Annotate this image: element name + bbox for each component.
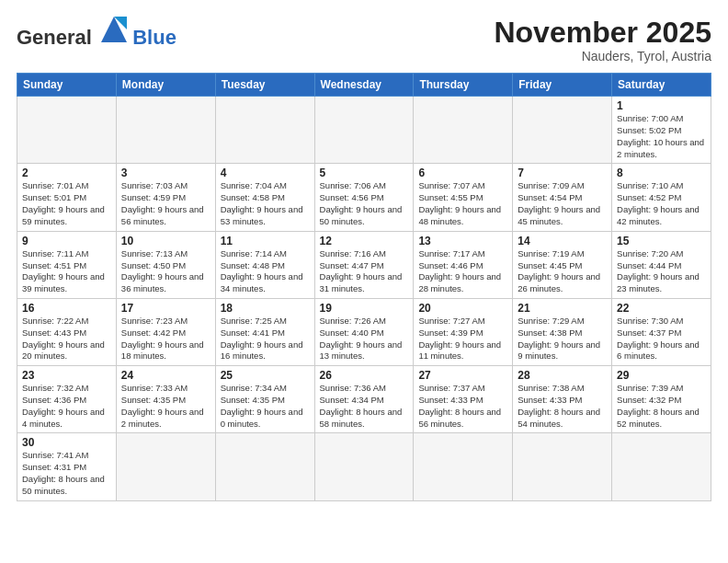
table-row: 17Sunrise: 7:23 AMSunset: 4:42 PMDayligh… xyxy=(116,298,215,365)
col-friday: Friday xyxy=(513,74,612,97)
logo-text: General Blue xyxy=(17,17,176,48)
logo: General Blue xyxy=(17,17,176,48)
table-row xyxy=(314,433,414,500)
table-row: 28Sunrise: 7:38 AMSunset: 4:33 PMDayligh… xyxy=(513,366,612,433)
col-sunday: Sunday xyxy=(17,74,117,97)
table-row xyxy=(513,433,612,500)
table-row: 13Sunrise: 7:17 AMSunset: 4:46 PMDayligh… xyxy=(414,231,513,298)
table-row: 7Sunrise: 7:09 AMSunset: 4:54 PMDaylight… xyxy=(513,164,612,231)
day-info: Sunrise: 7:36 AMSunset: 4:34 PMDaylight:… xyxy=(320,383,409,430)
day-info: Sunrise: 7:23 AMSunset: 4:42 PMDaylight:… xyxy=(121,316,210,362)
calendar-week-row: 16Sunrise: 7:22 AMSunset: 4:43 PMDayligh… xyxy=(17,298,711,365)
day-info: Sunrise: 7:27 AMSunset: 4:39 PMDaylight:… xyxy=(418,316,507,362)
table-row: 29Sunrise: 7:39 AMSunset: 4:32 PMDayligh… xyxy=(612,366,711,433)
table-row: 30Sunrise: 7:41 AMSunset: 4:31 PMDayligh… xyxy=(17,433,117,500)
table-row: 24Sunrise: 7:33 AMSunset: 4:35 PMDayligh… xyxy=(116,366,215,433)
table-row xyxy=(215,433,314,500)
col-thursday: Thursday xyxy=(414,74,513,97)
day-info: Sunrise: 7:32 AMSunset: 4:36 PMDaylight:… xyxy=(22,383,111,430)
table-row: 16Sunrise: 7:22 AMSunset: 4:43 PMDayligh… xyxy=(17,298,117,365)
table-row: 11Sunrise: 7:14 AMSunset: 4:48 PMDayligh… xyxy=(215,231,314,298)
day-number: 11 xyxy=(221,235,310,247)
day-number: 20 xyxy=(418,302,507,315)
day-number: 23 xyxy=(22,369,111,382)
table-row: 10Sunrise: 7:13 AMSunset: 4:50 PMDayligh… xyxy=(116,231,215,298)
day-info: Sunrise: 7:00 AMSunset: 5:02 PMDaylight:… xyxy=(617,113,706,160)
table-row: 21Sunrise: 7:29 AMSunset: 4:38 PMDayligh… xyxy=(513,298,612,365)
day-info: Sunrise: 7:20 AMSunset: 4:44 PMDaylight:… xyxy=(617,248,706,295)
day-number: 18 xyxy=(221,302,310,315)
day-number: 22 xyxy=(617,302,706,315)
day-info: Sunrise: 7:11 AMSunset: 4:51 PMDaylight:… xyxy=(22,248,111,295)
table-row: 19Sunrise: 7:26 AMSunset: 4:40 PMDayligh… xyxy=(314,298,414,365)
day-number: 13 xyxy=(418,235,507,247)
day-number: 25 xyxy=(221,369,310,382)
day-info: Sunrise: 7:34 AMSunset: 4:35 PMDaylight:… xyxy=(221,383,310,430)
day-info: Sunrise: 7:13 AMSunset: 4:50 PMDaylight:… xyxy=(121,248,210,295)
day-number: 24 xyxy=(121,369,210,382)
day-number: 15 xyxy=(617,235,706,247)
day-info: Sunrise: 7:06 AMSunset: 4:56 PMDaylight:… xyxy=(320,180,409,227)
day-info: Sunrise: 7:30 AMSunset: 4:37 PMDaylight:… xyxy=(617,316,706,362)
day-number: 9 xyxy=(22,235,111,247)
day-info: Sunrise: 7:09 AMSunset: 4:54 PMDaylight:… xyxy=(518,180,607,227)
day-number: 28 xyxy=(518,369,607,382)
day-info: Sunrise: 7:37 AMSunset: 4:33 PMDaylight:… xyxy=(418,383,507,430)
table-row: 6Sunrise: 7:07 AMSunset: 4:55 PMDaylight… xyxy=(414,164,513,231)
day-info: Sunrise: 7:10 AMSunset: 4:52 PMDaylight:… xyxy=(617,180,706,227)
day-info: Sunrise: 7:26 AMSunset: 4:40 PMDaylight:… xyxy=(320,316,409,362)
table-row: 20Sunrise: 7:27 AMSunset: 4:39 PMDayligh… xyxy=(414,298,513,365)
table-row: 5Sunrise: 7:06 AMSunset: 4:56 PMDaylight… xyxy=(314,164,414,231)
table-row: 15Sunrise: 7:20 AMSunset: 4:44 PMDayligh… xyxy=(612,231,711,298)
table-row: 25Sunrise: 7:34 AMSunset: 4:35 PMDayligh… xyxy=(215,366,314,433)
logo-icon xyxy=(101,17,127,42)
table-row: 9Sunrise: 7:11 AMSunset: 4:51 PMDaylight… xyxy=(17,231,117,298)
table-row xyxy=(116,97,215,164)
calendar-week-row: 1Sunrise: 7:00 AMSunset: 5:02 PMDaylight… xyxy=(17,97,711,164)
day-number: 17 xyxy=(121,302,210,315)
day-number: 19 xyxy=(320,302,409,315)
day-info: Sunrise: 7:29 AMSunset: 4:38 PMDaylight:… xyxy=(518,316,607,362)
col-monday: Monday xyxy=(116,74,215,97)
table-row xyxy=(414,97,513,164)
day-number: 10 xyxy=(121,235,210,247)
col-tuesday: Tuesday xyxy=(215,74,314,97)
table-row xyxy=(17,97,117,164)
table-row xyxy=(414,433,513,500)
table-row: 3Sunrise: 7:03 AMSunset: 4:59 PMDaylight… xyxy=(116,164,215,231)
day-info: Sunrise: 7:22 AMSunset: 4:43 PMDaylight:… xyxy=(22,316,111,362)
table-row xyxy=(116,433,215,500)
day-number: 7 xyxy=(518,167,607,179)
day-number: 8 xyxy=(617,167,706,179)
day-info: Sunrise: 7:39 AMSunset: 4:32 PMDaylight:… xyxy=(617,383,706,430)
calendar-week-row: 9Sunrise: 7:11 AMSunset: 4:51 PMDaylight… xyxy=(17,231,711,298)
table-row: 18Sunrise: 7:25 AMSunset: 4:41 PMDayligh… xyxy=(215,298,314,365)
calendar-week-row: 23Sunrise: 7:32 AMSunset: 4:36 PMDayligh… xyxy=(17,366,711,433)
calendar-header-row: Sunday Monday Tuesday Wednesday Thursday… xyxy=(17,74,711,97)
day-number: 26 xyxy=(320,369,409,382)
day-info: Sunrise: 7:16 AMSunset: 4:47 PMDaylight:… xyxy=(320,248,409,295)
table-row xyxy=(513,97,612,164)
day-info: Sunrise: 7:14 AMSunset: 4:48 PMDaylight:… xyxy=(221,248,310,295)
day-number: 14 xyxy=(518,235,607,247)
day-number: 16 xyxy=(22,302,111,315)
day-info: Sunrise: 7:01 AMSunset: 5:01 PMDaylight:… xyxy=(22,180,111,227)
month-title: November 2025 xyxy=(494,17,711,49)
day-info: Sunrise: 7:19 AMSunset: 4:45 PMDaylight:… xyxy=(518,248,607,295)
day-number: 21 xyxy=(518,302,607,315)
day-info: Sunrise: 7:17 AMSunset: 4:46 PMDaylight:… xyxy=(418,248,507,295)
table-row: 27Sunrise: 7:37 AMSunset: 4:33 PMDayligh… xyxy=(414,366,513,433)
calendar-week-row: 30Sunrise: 7:41 AMSunset: 4:31 PMDayligh… xyxy=(17,433,711,500)
day-number: 3 xyxy=(121,167,210,179)
day-info: Sunrise: 7:03 AMSunset: 4:59 PMDaylight:… xyxy=(121,180,210,227)
col-wednesday: Wednesday xyxy=(314,74,414,97)
day-number: 4 xyxy=(221,167,310,179)
table-row xyxy=(215,97,314,164)
day-number: 12 xyxy=(320,235,409,247)
day-info: Sunrise: 7:04 AMSunset: 4:58 PMDaylight:… xyxy=(221,180,310,227)
location: Nauders, Tyrol, Austria xyxy=(494,49,711,63)
day-number: 2 xyxy=(22,167,111,179)
day-info: Sunrise: 7:07 AMSunset: 4:55 PMDaylight:… xyxy=(418,180,507,227)
page-header: General Blue November 2025 Nauders, Tyro… xyxy=(17,17,711,63)
table-row: 26Sunrise: 7:36 AMSunset: 4:34 PMDayligh… xyxy=(314,366,414,433)
